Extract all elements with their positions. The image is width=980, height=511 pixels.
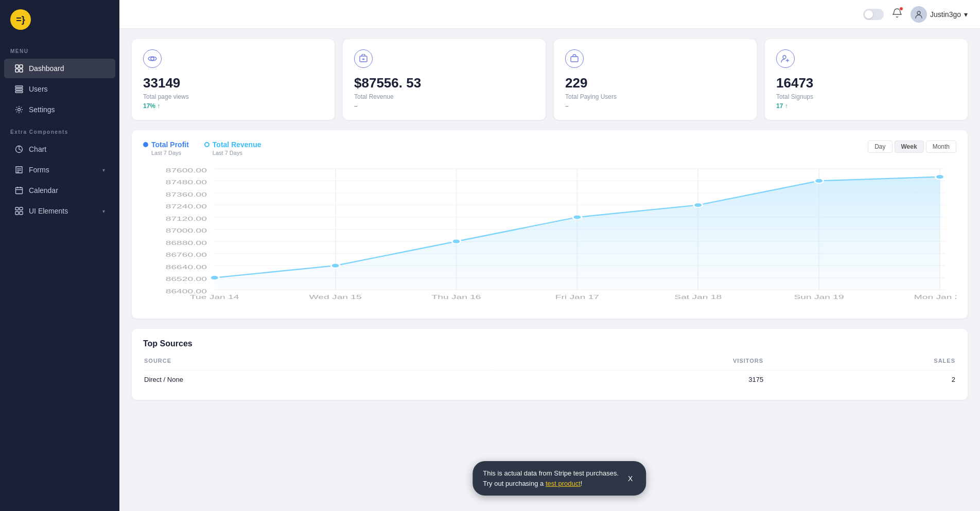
sidebar-chart-label: Chart: [29, 145, 105, 153]
revenue-label: Total Revenue: [354, 93, 534, 100]
settings-icon: [14, 105, 24, 114]
ui-elements-icon: [14, 206, 24, 216]
calendar-icon: [14, 186, 24, 195]
source-sales: 2: [764, 370, 955, 389]
sidebar-item-settings[interactable]: Settings: [4, 100, 115, 119]
svg-rect-23: [571, 57, 578, 62]
paying-users-value: 229: [565, 75, 745, 91]
source-name: Direct / None: [144, 370, 492, 389]
profit-dot: [143, 142, 148, 147]
period-day-button[interactable]: Day: [868, 140, 892, 153]
extra-section-title: Extra Components: [0, 120, 119, 139]
sidebar-item-forms[interactable]: Forms ▾: [4, 160, 115, 180]
theme-toggle[interactable]: [863, 9, 884, 20]
revenue-icon: [354, 49, 373, 68]
paying-users-icon: [565, 49, 584, 68]
svg-point-54: [210, 275, 219, 280]
toast-message-line1: This is actual data from Stripe test pur…: [483, 469, 619, 477]
svg-point-55: [331, 263, 340, 268]
svg-rect-19: [20, 212, 23, 215]
profit-legend-title: Total Profit: [143, 140, 189, 149]
grid-icon: [14, 64, 24, 73]
user-avatar: [911, 6, 927, 23]
stat-card-signups: 16473 Total Signups 17 ↑: [765, 39, 968, 120]
sidebar-item-ui-elements[interactable]: UI Elements ▾: [4, 201, 115, 221]
svg-text:87240.00: 87240.00: [166, 204, 207, 209]
sidebar-users-label: Users: [29, 85, 105, 93]
main-area: Justin3go ▾ 33149 Total page views 17% ↑: [119, 0, 980, 511]
toast-message-line2: Try out purchasing a: [483, 480, 546, 487]
svg-point-24: [783, 56, 786, 59]
sidebar-item-users[interactable]: Users: [4, 79, 115, 99]
svg-text:Fri Jan 17: Fri Jan 17: [555, 294, 599, 300]
sidebar-settings-label: Settings: [29, 105, 105, 114]
toast-link-suffix: !: [581, 480, 583, 487]
chart-container: 87600.00 87480.00 87360.00 87240.00 8712…: [143, 164, 956, 308]
svg-point-59: [815, 179, 824, 183]
username-label: Justin3go: [930, 10, 961, 19]
sidebar-calendar-label: Calendar: [29, 186, 105, 195]
svg-text:Thu Jan 16: Thu Jan 16: [431, 294, 481, 300]
revenue-legend: Total Revenue Last 7 Days: [204, 140, 261, 156]
svg-point-58: [694, 203, 703, 207]
sidebar: =} MENU Dashboard Users: [0, 0, 119, 511]
page-views-label: Total page views: [143, 93, 323, 100]
toast-link[interactable]: test product: [546, 480, 581, 487]
period-month-button[interactable]: Month: [926, 140, 956, 153]
sidebar-dashboard-label: Dashboard: [29, 64, 105, 73]
svg-text:86520.00: 86520.00: [166, 276, 207, 282]
notification-button[interactable]: [892, 8, 902, 21]
topbar: Justin3go ▾: [119, 0, 980, 29]
paying-users-label: Total Paying Users: [565, 93, 745, 100]
signups-icon: [776, 49, 795, 68]
stat-card-page-views: 33149 Total page views 17% ↑: [132, 39, 335, 120]
toast-close-button[interactable]: X: [625, 473, 636, 484]
top-sources-section: Top Sources SOURCE VISITORS SALES Direct…: [132, 329, 968, 400]
svg-text:Wed Jan 15: Wed Jan 15: [309, 294, 362, 300]
svg-rect-0: [15, 65, 19, 68]
revenue-title: Total Revenue: [213, 140, 261, 149]
toast-text: This is actual data from Stripe test pur…: [483, 468, 619, 488]
svg-rect-6: [15, 91, 23, 93]
svg-text:Sat Jan 18: Sat Jan 18: [674, 294, 722, 300]
toast-notification: This is actual data from Stripe test pur…: [472, 461, 646, 496]
svg-rect-17: [20, 207, 23, 210]
sources-title: Top Sources: [143, 339, 956, 348]
svg-point-7: [18, 109, 21, 111]
svg-rect-1: [20, 65, 23, 68]
page-views-icon: [143, 49, 162, 68]
stat-card-paying-users: 229 Total Paying Users –: [554, 39, 757, 120]
svg-rect-16: [15, 207, 19, 210]
signups-value: 16473: [776, 75, 956, 91]
signups-badge: 17 ↑: [776, 102, 956, 110]
period-week-button[interactable]: Week: [895, 140, 924, 153]
svg-text:86760.00: 86760.00: [166, 252, 207, 258]
menu-section-title: MENU: [0, 39, 119, 58]
svg-text:86400.00: 86400.00: [166, 289, 207, 294]
ui-elements-chevron-icon: ▾: [102, 208, 105, 214]
svg-point-21: [151, 57, 154, 60]
svg-rect-18: [15, 212, 19, 215]
sidebar-item-calendar[interactable]: Calendar: [4, 181, 115, 200]
profit-legend: Total Profit Last 7 Days: [143, 140, 189, 156]
content-area: 33149 Total page views 17% ↑ $87556. 53 …: [119, 29, 980, 511]
chart-section: Total Profit Last 7 Days Total Revenue L…: [132, 130, 968, 319]
sidebar-item-dashboard[interactable]: Dashboard: [4, 59, 115, 78]
sidebar-item-chart[interactable]: Chart: [4, 139, 115, 159]
svg-point-60: [935, 174, 944, 179]
svg-rect-4: [15, 86, 23, 87]
sources-col-sales: SALES: [764, 358, 955, 369]
svg-point-56: [452, 239, 461, 244]
svg-text:87360.00: 87360.00: [166, 192, 207, 198]
svg-text:86880.00: 86880.00: [166, 240, 207, 246]
profit-title: Total Profit: [151, 140, 189, 149]
logo-icon: =}: [10, 9, 31, 30]
forms-icon: [14, 165, 24, 174]
chart-header: Total Profit Last 7 Days Total Revenue L…: [143, 140, 956, 156]
user-menu[interactable]: Justin3go ▾: [911, 6, 968, 23]
svg-rect-5: [15, 89, 23, 90]
stat-cards-grid: 33149 Total page views 17% ↑ $87556. 53 …: [132, 39, 968, 120]
svg-rect-2: [15, 69, 19, 72]
user-chevron-icon: ▾: [964, 10, 968, 19]
sources-col-visitors: VISITORS: [493, 358, 763, 369]
